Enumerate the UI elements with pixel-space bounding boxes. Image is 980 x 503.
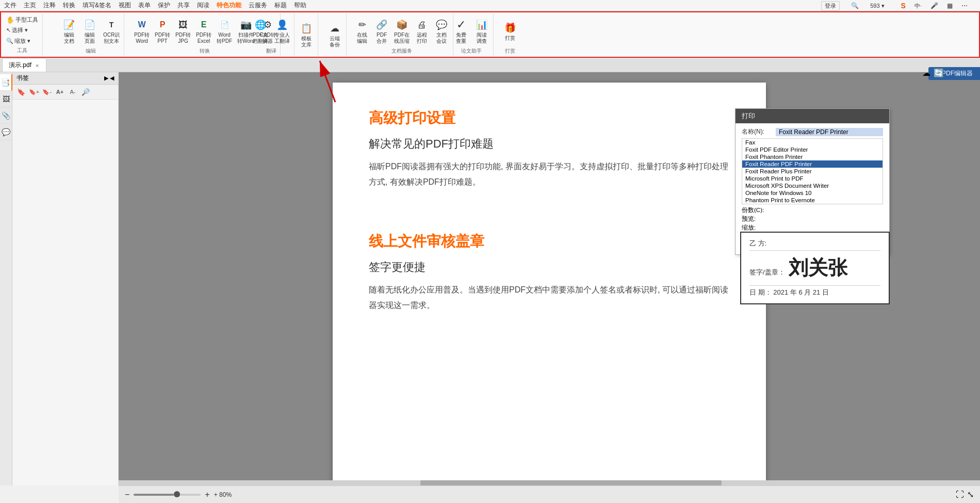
printer-item-foxit-editor[interactable]: Foxit PDF Editor Printer: [742, 146, 883, 153]
expand-view-button[interactable]: ⛶: [956, 490, 964, 499]
remote-print-button[interactable]: 🖨 远程打印: [413, 17, 431, 45]
printer-item-ms-pdf[interactable]: Microsoft Print to PDF: [742, 175, 883, 182]
sogou-lang[interactable]: 中·: [914, 2, 922, 10]
doc-tab-demo[interactable]: 演示.pdf ×: [2, 58, 46, 72]
horizontal-scrollbar[interactable]: [119, 480, 980, 485]
zoom-label: 缩放 ▾: [14, 37, 30, 45]
pdf-page: 高级打印设置 解决常见的PDF打印难题 福昕PDF阅读器拥有强大的打印功能, 界…: [333, 83, 766, 485]
menu-item-help[interactable]: 帮助: [294, 1, 306, 10]
menu-item-annotate[interactable]: 注释: [43, 1, 56, 10]
menu-item-title[interactable]: 标题: [274, 1, 287, 10]
tab-close-button[interactable]: ×: [35, 62, 40, 69]
select-tool-button[interactable]: ↖ 选择 ▾: [4, 25, 40, 35]
menu-item-convert[interactable]: 转换: [63, 1, 75, 10]
read-survey-label: 阅读调查: [477, 32, 487, 44]
zoom-slider[interactable]: [134, 494, 201, 496]
top-right-controls: 登录 🔍 593 ▾ S 中· 🎤 ▦ ⋯: [821, 0, 980, 11]
pdf-to-excel-label: PDF转Excel: [196, 32, 211, 44]
pdf-merge-button[interactable]: 🔗 PDF合并: [372, 17, 391, 45]
document-area[interactable]: 高级打印设置 解决常见的PDF打印难题 福昕PDF阅读器拥有强大的打印功能, 界…: [119, 72, 980, 485]
menu-item-file[interactable]: 文件: [4, 1, 17, 10]
edit-page-button[interactable]: 📄 编辑页面: [80, 17, 99, 45]
plagiarism-check-button[interactable]: ✓ 免费查重: [452, 17, 470, 45]
pdf-compress-button[interactable]: 📦 PDF在线压缩: [392, 17, 412, 45]
sogou-grid[interactable]: ▦: [947, 2, 953, 9]
pdf-to-ppt-button[interactable]: P PDF转PPT: [153, 17, 172, 45]
printer-item-foxit-reader[interactable]: Foxit Reader PDF Printer: [742, 160, 883, 168]
hand-tool-button[interactable]: ✋ 手型工具: [4, 15, 40, 25]
menu-item-share[interactable]: 共享: [177, 1, 190, 10]
fullscreen-button[interactable]: ⤡: [967, 490, 974, 499]
font-increase-button[interactable]: A+: [54, 86, 66, 98]
comment-panel-icon[interactable]: 💬: [0, 124, 12, 140]
attachment-panel-icon[interactable]: 📎: [0, 107, 12, 124]
zoom-icon: 🔍: [6, 38, 13, 44]
bookmark-expand[interactable]: ▶: [104, 75, 108, 82]
menu-item-view[interactable]: 视图: [119, 1, 131, 10]
printer-item-ms-xps[interactable]: Microsoft XPS Document Writer: [742, 182, 883, 189]
sogou-more[interactable]: ⋯: [961, 2, 968, 9]
zoom-tool-button[interactable]: 🔍 缩放 ▾: [4, 36, 40, 46]
cloud-buttons: ☁ 云端备份: [325, 14, 344, 55]
template-library-button[interactable]: 📋 模板文库: [297, 20, 316, 49]
menu-item-sign[interactable]: 填写&签名: [83, 1, 111, 10]
reward-icon: 🎁: [503, 21, 517, 35]
pdf-to-excel-button[interactable]: E PDF转Excel: [194, 17, 214, 45]
cloud-backup-button[interactable]: ☁ 云端备份: [325, 20, 344, 49]
h-scroll-thumb[interactable]: [420, 480, 722, 485]
print-name-selected[interactable]: Foxit Reader PDF Printer: [776, 128, 883, 136]
read-survey-button[interactable]: 📊 阅读调查: [472, 17, 491, 45]
bookmark-add-button[interactable]: 🔖: [15, 86, 27, 98]
sogou-mic[interactable]: 🎤: [930, 2, 938, 9]
font-decrease-button[interactable]: A-: [67, 86, 78, 98]
search-bookmark-button[interactable]: 🔎: [80, 86, 91, 98]
bookmark-collapse[interactable]: ◀: [110, 75, 114, 82]
pdf-to-jpg-button[interactable]: 🖼 PDF转JPG: [173, 17, 193, 45]
zoom-slider-thumb[interactable]: [174, 491, 180, 497]
edit-buttons: 📝 编辑文档 📄 编辑页面 T OCR识别文本: [60, 14, 122, 47]
print-copies-row: 份数(C):: [742, 206, 883, 214]
sync-icon[interactable]: 🔄: [934, 68, 944, 78]
menu-item-cloud[interactable]: 云服务: [249, 1, 267, 10]
thumbnail-panel-icon[interactable]: 🖼: [0, 91, 12, 107]
word-to-pdf-button[interactable]: 📄 Word转PDF: [215, 17, 234, 45]
sig-date-row: 日 期： 2021 年 6 月 21 日: [749, 285, 880, 297]
print-printer-list[interactable]: Fax Foxit PDF Editor Printer Foxit Phant…: [742, 138, 883, 204]
edit-doc-icon: 📝: [62, 18, 76, 32]
ocr-button[interactable]: T OCR识别文本: [101, 17, 122, 45]
printer-item-evernote[interactable]: Phantom Print to Evernote: [742, 197, 883, 204]
search-icon[interactable]: 🔍: [851, 2, 859, 9]
login-button[interactable]: 登录: [821, 1, 840, 11]
doc-meeting-button[interactable]: 💬 文档会议: [432, 17, 451, 45]
printer-item-foxit-phantom[interactable]: Foxit Phantom Printer: [742, 153, 883, 160]
menu-item-read[interactable]: 阅读: [197, 1, 209, 10]
bookmark-panel-icon[interactable]: 📑: [0, 74, 12, 91]
pdf-to-word-button[interactable]: W PDF转Word: [132, 17, 152, 45]
template-buttons: 📋 模板文库: [297, 14, 316, 55]
zoom-out-button[interactable]: −: [125, 490, 129, 499]
edit-doc-button[interactable]: 📝 编辑文档: [60, 17, 78, 45]
sogou-toolbar: S 中· 🎤 ▦ ⋯: [901, 2, 975, 10]
plagiarism-check-icon: ✓: [454, 18, 468, 32]
menu-item-protect[interactable]: 保护: [158, 1, 170, 10]
section2-body: 随着无纸化办公应用普及。当遇到使用PDF文档中需要添加个人签名或者标识时, 可以…: [369, 282, 730, 314]
bookmark-toolbar: 🔖 🔖+ 🔖- A+ A- 🔎: [12, 85, 118, 100]
bookmark-remove-button[interactable]: 🔖-: [41, 86, 53, 98]
reward-button[interactable]: 🎁 打赏: [501, 20, 519, 42]
menu-item-form[interactable]: 表单: [138, 1, 151, 10]
doc-meeting-label: 文档会议: [436, 32, 447, 44]
edit-page-label: 编辑页面: [85, 32, 95, 44]
printer-item-fax[interactable]: Fax: [742, 139, 883, 146]
menu-item-home[interactable]: 主页: [24, 1, 36, 10]
bookmark-add-child-button[interactable]: 🔖+: [28, 86, 40, 98]
cloud-sync-icon[interactable]: ☁: [922, 68, 930, 78]
zoom-in-button[interactable]: +: [205, 490, 209, 499]
human-translate-button[interactable]: 👤 专业人工翻译: [272, 17, 292, 45]
menu-item-features[interactable]: 特色功能: [217, 1, 241, 10]
online-edit-button[interactable]: ✏ 在线编辑: [353, 17, 371, 45]
pdf-to-excel-icon: E: [197, 18, 211, 32]
printer-item-onenote[interactable]: OneNote for Windows 10: [742, 189, 883, 197]
printer-item-foxit-plus[interactable]: Foxit Reader Plus Printer: [742, 168, 883, 175]
zoom-level-text: + 80%: [214, 491, 232, 498]
pdf-translate-button[interactable]: 🌐 PDF文档翻译: [251, 17, 270, 45]
